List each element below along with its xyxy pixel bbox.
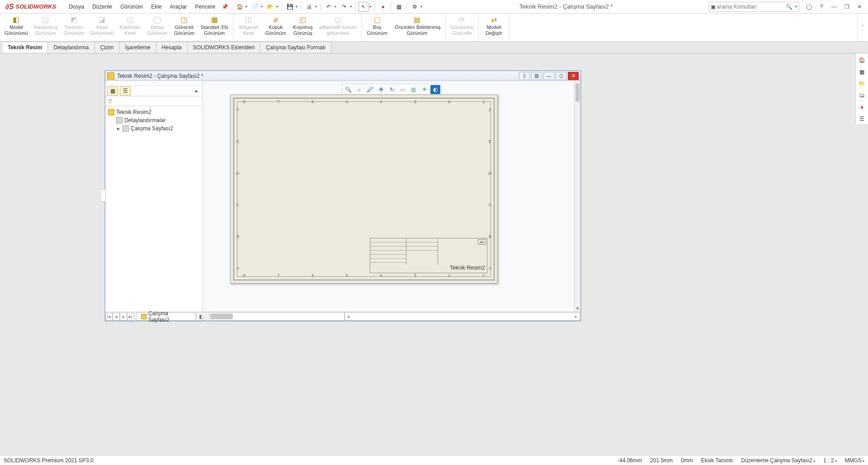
panel-flyout-handle[interactable] [101,189,106,202]
qat-redo-icon[interactable]: ↷ [339,2,349,12]
scroll-down-icon[interactable]: ▼ [575,305,580,312]
tree-filter-bar[interactable]: ▽ [105,96,203,106]
tree-annotations-row[interactable]: Detaylandırmalar [107,116,201,124]
display-style-icon[interactable]: ▭ [398,85,408,94]
view-settings-icon[interactable]: 👁 [420,85,429,94]
3d-drawing-icon[interactable]: ◐ [430,85,440,94]
search-dropdown[interactable]: ▾ [793,5,799,9]
hscroll-left-icon[interactable]: ◂ [345,313,351,320]
search-icon[interactable]: 🔍 [785,4,794,10]
search-box[interactable]: ▣ 🔍 ▾ [709,2,799,12]
tab-sayfa-formati[interactable]: Çalışma Sayfası Formatı [260,42,331,53]
status-defined[interactable]: Eksik Tanımlı [701,457,733,464]
cmd-break-view[interactable]: ⌀KopukGörünüm [262,14,289,41]
qat-options-icon[interactable]: ▦ [394,2,404,12]
tree-drag-handle[interactable]: ∘ [105,81,203,85]
qat-home-icon[interactable]: 🏠 [235,2,245,12]
hide-show-icon[interactable]: ▥ [409,85,419,94]
tree-tab-more[interactable]: ▸ [193,88,201,94]
sheet-nav-prev[interactable]: ◂ [113,313,120,321]
tree-tab-property-icon[interactable]: ☰ [120,86,131,95]
cmd-projected-view[interactable]: ◫YansıtılmışGörünüm [31,14,61,41]
sheet-tab[interactable]: Çalışma Sayfası2 [136,312,195,321]
menu-view[interactable]: Görünüm [117,2,146,12]
zoom-area-icon[interactable]: ⌕ [354,85,364,94]
mdi-maximize-button[interactable]: ◻ [556,72,566,80]
mdi-minimize-button[interactable]: — [543,72,554,80]
zoom-fit-icon[interactable]: 🔍 [344,85,354,94]
help-icon[interactable]: ? [816,2,827,12]
cmd-model-view[interactable]: ◧ModelGörünümü [2,14,31,41]
cmd-removed-section[interactable]: ◫KaldırılanKesit [117,14,144,41]
cmd-broken-out-section[interactable]: ◫BölgeselKesit [235,14,262,41]
menu-edit[interactable]: Düzenle [89,2,116,12]
tab-eklentiler[interactable]: SOLIDWORKS Eklentileri [187,42,261,53]
close-button[interactable]: ✕ [854,2,865,12]
title-block[interactable]: A3 Teknik Resim2 [370,238,487,273]
menu-file[interactable]: Dosya [65,2,88,12]
taskpane-appearances-icon[interactable]: ● [857,102,867,112]
tree-tab-feature-icon[interactable]: ▦ [107,86,118,95]
pin-icon[interactable]: 📌 [222,4,228,10]
cmd-standard3-view[interactable]: ▦Standart 3'lüGörünüm [198,14,231,41]
qat-print-icon[interactable]: 🖨 [304,2,314,12]
sheet-nav-next[interactable]: ▸ [120,313,127,321]
mdi-title-bar[interactable]: Teknik Resim2 - Çalışma Sayfası2 * ▯ ▥ —… [105,71,580,81]
tab-detaylandirma[interactable]: Detaylandırma [47,42,94,53]
cmd-relative-view[interactable]: ◳GöreceliGörünüm [171,14,198,41]
status-editing[interactable]: Düzenleme Çalışma Sayfası2▾ [741,457,815,464]
tree-root-row[interactable]: Teknik Resim2 [107,108,201,116]
qat-undo-icon[interactable]: ↶ [324,2,334,12]
tab-teknik-resim[interactable]: Teknik Resim [2,42,48,53]
sheet-nav-last[interactable]: ▸| [127,313,134,321]
user-icon[interactable]: ◯ [803,2,815,12]
tab-cizim[interactable]: Çizim [94,42,120,53]
qat-save-icon[interactable]: 💾 [285,2,295,12]
minimize-button[interactable]: — [828,2,840,12]
taskpane-design-library-icon[interactable]: 📁 [857,79,867,89]
vertical-scrollbar[interactable]: ▲ ▼ [574,81,580,312]
mdi-close-button[interactable]: ✕ [568,72,579,80]
pan-icon[interactable]: ✥ [376,85,386,94]
cmd-auxiliary-view[interactable]: ◩YardımcıGörünüm [61,14,88,41]
menu-window[interactable]: Pencere [192,2,219,12]
cmd-section-view[interactable]: ◪KesitGörünümü [88,14,117,41]
search-input[interactable] [717,4,785,10]
tab-isaretleme[interactable]: İşaretleme [119,42,156,53]
menu-insert[interactable]: Ekle [147,2,165,12]
zoom-prev-icon[interactable]: 🔎 [365,85,375,94]
cmd-predefined-view[interactable]: ▤.Önceden BelirlenmişGörünüm [391,14,443,41]
rotate-icon[interactable]: ↻ [387,85,397,94]
cmd-detail-view[interactable]: ◯DetayGörünüm [144,14,171,41]
cmd-replace-model[interactable]: ⇄ModeliDeğiştir [481,14,508,41]
drawing-canvas[interactable]: 🔍 ⌕ 🔎 ✥ ↻ ▭ ▥ 👁 ◐ 87654321 [203,81,580,312]
sheet-nav-first[interactable]: |◂ [105,313,113,321]
scroll-thumb[interactable] [576,84,580,102]
cmd-crop-view[interactable]: ◰KırpılmışGörünüş [289,14,316,41]
taskpane-file-explorer-icon[interactable]: 🗂 [857,90,867,100]
hscroll-right-icon[interactable]: ▸ [573,313,579,320]
cmd-empty-view[interactable]: ▢BoşGörünüm [363,14,391,41]
horizontal-scrollbar[interactable]: ◂ ▸ [344,312,580,321]
drawing-sheet[interactable]: 87654321 87654321 FEDCBA FEDCBA [230,95,498,284]
taskpane-custom-props-icon[interactable]: ☰ [857,114,867,124]
taskpane-resources-icon[interactable]: ▦ [857,67,867,77]
add-sheet-button[interactable]: ◧ [196,312,206,321]
qat-select-icon[interactable]: ↖ [359,2,368,12]
expand-icon[interactable]: ▸ [116,125,121,132]
cmd-update-view[interactable]: ⟳GörünümüGüncelle [448,14,476,41]
mdi-viewport-split-button[interactable]: ▥ [531,72,542,80]
menu-tools[interactable]: Araçlar [166,2,191,12]
qat-new-icon[interactable]: 📄 [250,2,260,12]
qat-rebuild-icon[interactable]: ● [378,2,388,12]
tree-sheet-row[interactable]: ▸ Çalışma Sayfası2 [107,124,201,133]
mdi-viewport-single-button[interactable]: ▯ [519,72,530,80]
qat-open-icon[interactable]: 📂 [265,2,275,12]
restore-button[interactable]: ❐ [841,2,853,12]
ribbon-collapse-button[interactable]: ˆ [857,14,868,41]
tab-hesapla[interactable]: Hesapla [156,42,188,53]
status-units[interactable]: MMGS▾ [845,457,864,464]
cmd-alternate-position[interactable]: ◫aAternatif konumgörünümü [316,14,359,41]
taskpane-home-icon[interactable]: 🏠 [857,55,867,65]
status-scale[interactable]: 1 : 2▾ [823,457,836,464]
